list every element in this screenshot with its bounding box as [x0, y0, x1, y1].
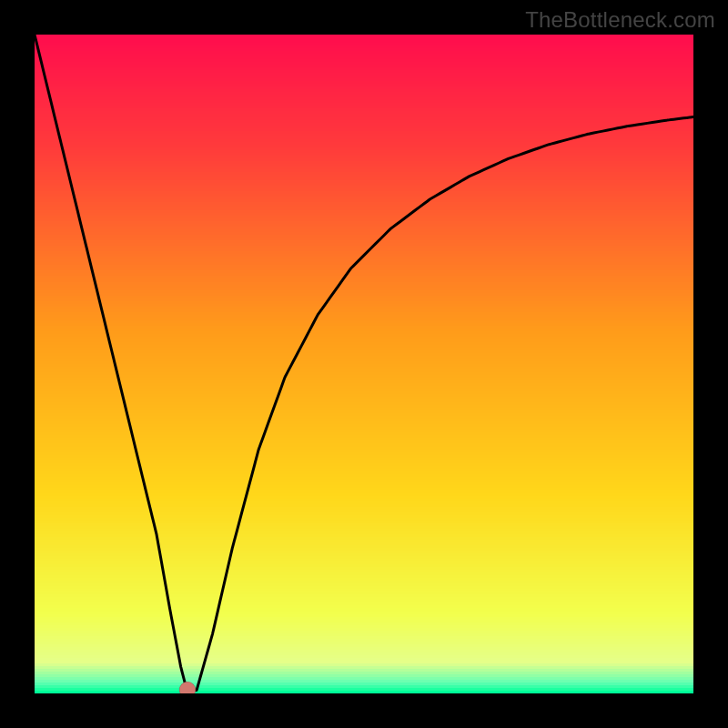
watermark-label: TheBottleneck.com [525, 7, 715, 33]
min-point-marker [179, 682, 196, 693]
background-gradient [35, 35, 693, 693]
chart-frame: TheBottleneck.com [0, 0, 728, 728]
plot-area [35, 35, 693, 693]
